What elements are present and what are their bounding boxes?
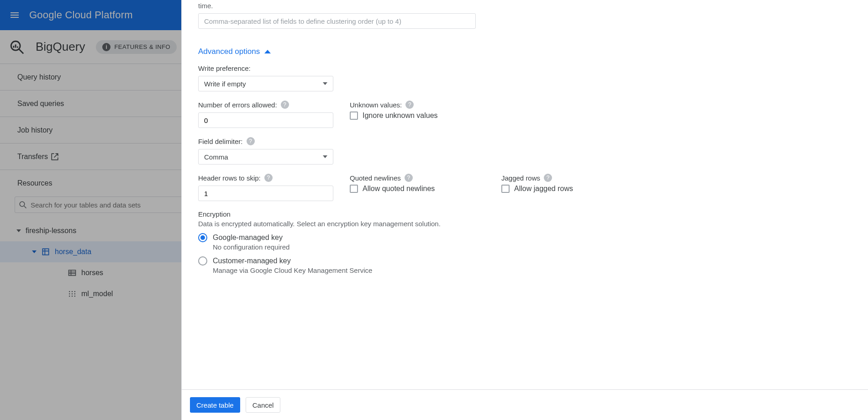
create-table-button[interactable]: Create table	[190, 397, 240, 413]
quoted-newlines-check-label: Allow quoted newlines	[363, 185, 435, 193]
unknown-values-label: Unknown values:	[350, 101, 402, 109]
help-icon[interactable]: ?	[264, 174, 273, 182]
modal-scrim[interactable]	[0, 0, 181, 420]
delimiter-select[interactable]: Comma	[198, 149, 333, 165]
jagged-rows-checkbox[interactable]	[501, 185, 510, 193]
create-table-panel: time. Advanced options Write preference:…	[181, 0, 868, 420]
help-icon[interactable]: ?	[405, 174, 413, 182]
dropdown-caret-icon	[323, 82, 327, 85]
help-icon[interactable]: ?	[281, 101, 289, 109]
chevron-up-icon	[264, 50, 271, 53]
delimiter-label: Field delimiter:	[198, 138, 243, 145]
write-pref-value: Write if empty	[204, 80, 246, 88]
help-icon[interactable]: ?	[247, 137, 255, 145]
dropdown-caret-icon	[323, 155, 327, 158]
write-pref-select[interactable]: Write if empty	[198, 76, 333, 91]
panel-footer: Create table Cancel	[182, 389, 868, 420]
google-key-desc: No configuration required	[213, 243, 852, 251]
customer-key-desc: Manage via Google Cloud Key Management S…	[213, 266, 852, 274]
help-icon[interactable]: ?	[405, 101, 414, 109]
write-pref-label: Write preference:	[198, 64, 852, 72]
ignore-unknown-checkbox[interactable]	[350, 112, 358, 120]
advanced-options-label: Advanced options	[198, 47, 260, 56]
help-icon[interactable]: ?	[544, 174, 552, 182]
clustering-input[interactable]	[198, 13, 476, 29]
jagged-rows-label: Jagged rows	[501, 174, 540, 182]
errors-input[interactable]	[198, 112, 333, 128]
ignore-unknown-label: Ignore unknown values	[363, 112, 438, 120]
header-rows-label: Header rows to skip:	[198, 174, 261, 182]
customer-key-radio[interactable]	[198, 256, 207, 266]
google-key-label: Google-managed key	[213, 234, 283, 242]
encryption-title: Encryption	[198, 210, 852, 218]
customer-key-label: Customer-managed key	[213, 257, 291, 265]
quoted-newlines-checkbox[interactable]	[350, 185, 358, 193]
advanced-options-toggle[interactable]: Advanced options	[198, 47, 852, 56]
quoted-newlines-label: Quoted newlines	[350, 174, 401, 182]
errors-label: Number of errors allowed:	[198, 101, 277, 109]
header-rows-input[interactable]	[198, 186, 333, 201]
google-key-radio[interactable]	[198, 233, 207, 242]
delimiter-value: Comma	[204, 153, 228, 161]
cancel-button[interactable]: Cancel	[246, 397, 281, 413]
jagged-rows-check-label: Allow jagged rows	[514, 185, 573, 193]
encryption-desc: Data is encrypted automatically. Select …	[198, 220, 852, 228]
cluster-help-text: time.	[198, 2, 852, 10]
